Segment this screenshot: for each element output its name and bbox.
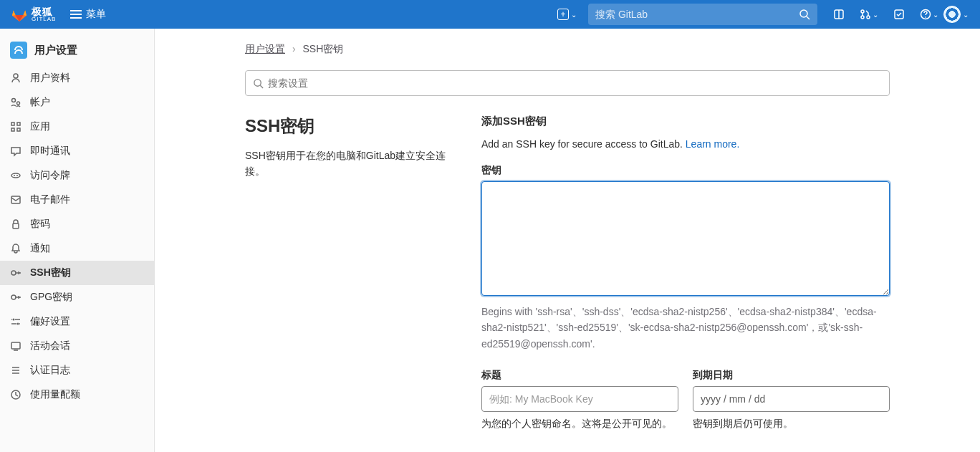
svg-point-22 xyxy=(11,271,16,275)
learn-more-link[interactable]: Learn more. xyxy=(686,138,739,150)
mail-icon xyxy=(10,194,21,206)
top-navbar: 极狐 GITLAB 菜单 + ⌄ ⌄ ⌄ ⌄ xyxy=(0,0,980,29)
sidebar-item-label: 活动会话 xyxy=(30,340,70,352)
title-label: 标题 xyxy=(481,369,678,382)
svg-rect-21 xyxy=(13,223,19,229)
sidebar-item-label: 电子邮件 xyxy=(30,193,70,206)
sidebar-item[interactable]: 即时通讯 xyxy=(0,139,154,163)
sidebar-item[interactable]: 密码 xyxy=(0,212,154,236)
sidebar-item-label: SSH密钥 xyxy=(30,266,71,279)
expires-help: 密钥到期后仍可使用。 xyxy=(693,418,890,431)
sidebar-item-label: 密码 xyxy=(30,218,50,231)
sidebar-item-label: GPG密钥 xyxy=(30,291,72,304)
monitor-icon xyxy=(10,340,21,352)
key-label: 密钥 xyxy=(481,164,890,177)
issues-shortcut[interactable] xyxy=(829,4,849,24)
search-settings-wrap[interactable] xyxy=(245,70,890,96)
menu-label: 菜单 xyxy=(86,8,106,21)
svg-point-24 xyxy=(13,319,15,321)
sidebar-item[interactable]: 使用量配额 xyxy=(0,383,154,407)
sidebar-item[interactable]: 电子邮件 xyxy=(0,188,154,212)
search-icon xyxy=(253,78,264,89)
sidebar-item[interactable]: 通知 xyxy=(0,236,154,261)
svg-point-11 xyxy=(12,99,16,102)
sidebar-item[interactable]: 活动会话 xyxy=(0,334,154,358)
sidebar-item-label: 帐户 xyxy=(30,96,50,109)
log-icon xyxy=(10,365,21,376)
title-help: 为您的个人密钥命名。这将是公开可见的。 xyxy=(481,418,678,431)
svg-point-17 xyxy=(11,173,20,178)
gitlab-logo[interactable]: 极狐 GITLAB xyxy=(11,6,56,22)
create-new-dropdown[interactable]: + ⌄ xyxy=(552,4,582,24)
sidebar-item-label: 通知 xyxy=(30,242,50,255)
preferences-icon xyxy=(10,316,21,327)
sidebar: 用户设置 用户资料帐户应用即时通讯访问令牌电子邮件密码通知SSH密钥GPG密钥偏… xyxy=(0,29,155,452)
svg-point-5 xyxy=(861,16,864,19)
form-title: 添加SSH密钥 xyxy=(481,115,890,128)
svg-point-6 xyxy=(867,16,870,19)
user-icon xyxy=(10,72,21,84)
page-description: SSH密钥用于在您的电脑和GitLab建立安全连接。 xyxy=(245,148,460,180)
help-dropdown[interactable]: ⌄ xyxy=(919,4,939,24)
sidebar-item[interactable]: 帐户 xyxy=(0,90,154,115)
svg-line-32 xyxy=(260,85,263,88)
user-settings-icon xyxy=(10,42,27,59)
gitlab-tanuki-icon xyxy=(11,6,27,22)
logo-text-en: GITLAB xyxy=(32,16,56,22)
section-description: SSH密钥 SSH密钥用于在您的电脑和GitLab建立安全连接。 xyxy=(245,115,460,180)
expires-label: 到期日期 xyxy=(693,369,890,382)
sidebar-item[interactable]: SSH密钥 xyxy=(0,261,154,285)
user-avatar xyxy=(943,6,961,23)
ssh-key-textarea[interactable] xyxy=(481,181,890,296)
todos-shortcut[interactable] xyxy=(889,4,909,24)
svg-rect-15 xyxy=(11,128,14,131)
chevron-down-icon: ⌄ xyxy=(963,11,969,19)
svg-point-12 xyxy=(17,102,20,105)
hamburger-icon xyxy=(70,10,82,19)
svg-rect-16 xyxy=(17,128,20,131)
search-settings-input[interactable] xyxy=(268,77,882,89)
sidebar-item[interactable]: 应用 xyxy=(0,115,154,139)
sidebar-heading[interactable]: 用户设置 xyxy=(0,34,154,66)
sidebar-item[interactable]: 认证日志 xyxy=(0,358,154,383)
sidebar-item[interactable]: 访问令牌 xyxy=(0,163,154,188)
svg-rect-20 xyxy=(11,196,20,203)
menu-button[interactable]: 菜单 xyxy=(64,4,112,25)
svg-point-18 xyxy=(14,175,15,176)
merge-requests-shortcut[interactable]: ⌄ xyxy=(859,4,879,24)
apps-icon xyxy=(10,121,21,133)
sidebar-item[interactable]: GPG密钥 xyxy=(0,285,154,309)
svg-point-10 xyxy=(14,74,18,78)
chevron-down-icon: ⌄ xyxy=(873,11,878,19)
svg-point-4 xyxy=(861,10,864,13)
main-content: 用户设置 › SSH密钥 SSH密钥 SSH密钥用于在您的电脑和GitLab建立… xyxy=(155,29,980,452)
sidebar-item-label: 认证日志 xyxy=(30,364,70,377)
accounts-icon xyxy=(10,97,21,108)
key-icon xyxy=(10,292,21,303)
search-icon xyxy=(799,9,810,20)
svg-rect-26 xyxy=(11,342,20,349)
token-icon xyxy=(10,170,21,181)
svg-rect-14 xyxy=(17,122,20,125)
title-input[interactable] xyxy=(481,386,678,412)
search-input[interactable] xyxy=(595,9,799,20)
svg-line-1 xyxy=(807,16,810,19)
global-search[interactable] xyxy=(588,4,817,25)
sidebar-item[interactable]: 用户资料 xyxy=(0,66,154,90)
svg-point-9 xyxy=(925,16,926,18)
sidebar-item-label: 访问令牌 xyxy=(30,169,70,182)
sidebar-item-label: 偏好设置 xyxy=(30,315,70,328)
expires-input[interactable] xyxy=(693,386,890,412)
key-icon xyxy=(10,267,21,279)
sidebar-item-label: 应用 xyxy=(30,120,50,133)
breadcrumb-item-user-settings[interactable]: 用户设置 xyxy=(245,43,285,54)
sidebar-item[interactable]: 偏好设置 xyxy=(0,309,154,334)
form-description: Add an SSH key for secure access to GitL… xyxy=(481,138,890,150)
breadcrumb: 用户设置 › SSH密钥 xyxy=(245,43,890,56)
bell-icon xyxy=(10,243,21,254)
ssh-key-form: 添加SSH密钥 Add an SSH key for secure access… xyxy=(481,115,890,452)
lock-icon xyxy=(10,218,21,230)
user-menu[interactable]: ⌄ xyxy=(943,6,969,23)
svg-point-0 xyxy=(800,10,807,17)
sidebar-item-label: 即时通讯 xyxy=(30,145,70,158)
